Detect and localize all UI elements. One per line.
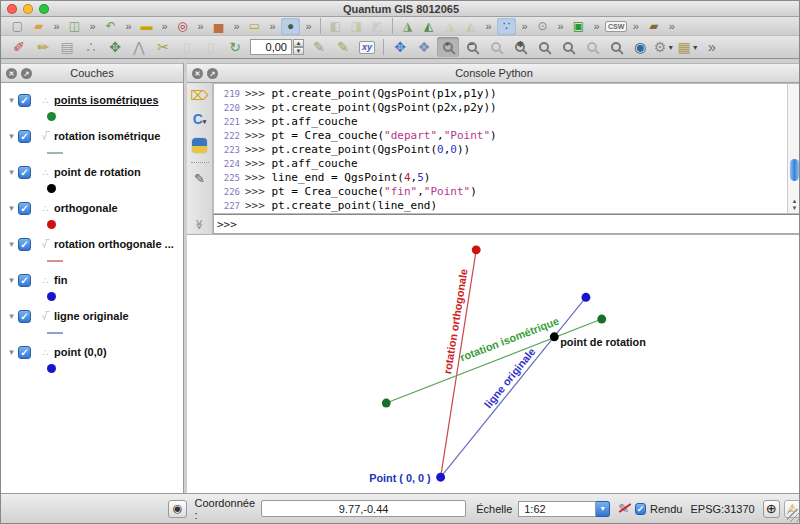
zoom-next-icon[interactable]	[605, 37, 627, 57]
overflow-chevron-icon[interactable]: »	[554, 18, 567, 35]
identify-icon[interactable]: ◉	[629, 37, 651, 57]
scale-dropdown-icon[interactable]: ▼	[596, 501, 610, 517]
overflow-chevron-icon[interactable]: »	[230, 18, 243, 35]
overflow-chevron-icon[interactable]: »	[302, 18, 315, 35]
layer-checkbox[interactable]: ✓	[18, 94, 31, 107]
gps-drops-icon[interactable]: ∵	[497, 18, 516, 35]
scale-combo[interactable]: 1:62 ▼	[518, 501, 610, 517]
overflow-chevron-icon[interactable]: »	[665, 18, 678, 35]
layer-row[interactable]: ▾✓√‾ligne originale	[5, 307, 183, 325]
disclosure-triangle-icon[interactable]: ▾	[5, 275, 18, 285]
render-circle-icon[interactable]: ●	[281, 18, 300, 35]
reshape-feature-icon[interactable]: ✎	[332, 37, 354, 57]
scrollbar-arrows[interactable]: ▲▼	[788, 198, 800, 212]
disclosure-triangle-icon[interactable]: ▾	[5, 239, 18, 249]
new-vector-layer-icon[interactable]: ◫	[65, 18, 84, 35]
disclosure-triangle-icon[interactable]: ▾	[5, 203, 18, 213]
clear-console-icon[interactable]: ⌦	[190, 89, 208, 103]
disclosure-triangle-icon[interactable]: ▾	[5, 167, 18, 177]
layer-label[interactable]: ligne originale	[54, 310, 129, 322]
rotate-feature-icon[interactable]: ↻	[224, 37, 246, 57]
overflow-chevron-icon[interactable]: »	[590, 18, 603, 35]
disclosure-triangle-icon[interactable]: ▾	[5, 95, 18, 105]
cut-features-icon[interactable]: ✂	[152, 37, 174, 57]
gear-icon[interactable]: ⚙▼	[653, 37, 675, 57]
move-feature-icon[interactable]: ✥	[104, 37, 126, 57]
console-input[interactable]: >>>	[213, 214, 800, 234]
overflow-chevron-icon[interactable]: »	[701, 37, 723, 57]
new-gpx-icon[interactable]: ◮	[440, 18, 459, 35]
rotation-spinbox[interactable]: 0,00▲▼	[250, 39, 304, 55]
resize-grip[interactable]	[787, 509, 800, 522]
python-icon[interactable]	[192, 138, 207, 153]
disclosure-triangle-icon[interactable]: ▾	[5, 311, 18, 321]
zoom-to-selection-icon[interactable]	[533, 37, 555, 57]
histogram-icon[interactable]: ▅	[209, 18, 228, 35]
open-project-icon[interactable]: ▰	[29, 18, 48, 35]
float-panel-icon[interactable]: ↗	[21, 68, 32, 79]
add-vector-layer-lock-icon[interactable]: ◧	[326, 18, 345, 35]
layer-row[interactable]: ▾✓√‾rotation orthogonale ...	[5, 235, 183, 253]
plugin-icon[interactable]: ▣	[569, 18, 588, 35]
close-panel-icon[interactable]: ✕	[192, 68, 203, 79]
console-output[interactable]: 219>>> pt.create_point(QgsPoint(p1x,p1y)…	[214, 84, 787, 213]
label-xy-icon[interactable]: xy	[356, 37, 378, 57]
open-editor-icon[interactable]: ✎	[194, 172, 205, 186]
zoom-in-icon[interactable]: +	[437, 37, 459, 57]
layer-row[interactable]: ▾✓√‾rotation isométrique	[5, 127, 183, 145]
layer-row[interactable]: ▾✓∴point de rotation	[5, 163, 183, 181]
zoom-out-icon[interactable]: −	[461, 37, 483, 57]
overflow-chevron-icon[interactable]: »	[518, 18, 531, 35]
scrollbar-thumb[interactable]	[790, 159, 799, 181]
add-db-layer-lock-icon[interactable]: ◩	[368, 18, 387, 35]
add-raster-layer-lock-icon[interactable]: ◨	[347, 18, 366, 35]
save-edits-icon[interactable]: ▤	[56, 37, 78, 57]
overflow-chevron-icon[interactable]: »	[50, 18, 63, 35]
layer-label[interactable]: points isométriques	[54, 94, 159, 106]
overflow-chevron-icon[interactable]: »	[629, 18, 642, 35]
scale-value[interactable]: 1:62	[518, 501, 596, 517]
layer-label[interactable]: rotation orthogonale ...	[54, 238, 174, 250]
close-window-icon[interactable]	[7, 4, 17, 14]
zoom-window-icon[interactable]	[39, 4, 49, 14]
new-project-icon[interactable]: ▢	[8, 18, 27, 35]
edit-pencil-icon[interactable]: ✏	[32, 37, 54, 57]
annotation-pen-icon[interactable]: ✐	[8, 37, 30, 57]
copy-features-icon[interactable]: ▯	[176, 37, 198, 57]
db-manager-icon[interactable]: ▰	[644, 18, 663, 35]
layer-checkbox[interactable]: ✓	[18, 346, 31, 359]
zoom-to-layer-icon[interactable]	[557, 37, 579, 57]
new-memory-layer-icon[interactable]: ◭	[461, 18, 480, 35]
projection-icon[interactable]: ⊕	[763, 500, 780, 518]
paste-features-icon[interactable]: ▯	[200, 37, 222, 57]
layer-checkbox[interactable]: ✓	[18, 238, 31, 251]
float-panel-icon[interactable]: ↗	[207, 68, 218, 79]
csw-icon[interactable]: CSW	[605, 18, 627, 35]
layer-label[interactable]: point de rotation	[54, 166, 141, 178]
layer-label[interactable]: point (0,0)	[54, 346, 107, 358]
stop-render-icon[interactable]: ✎	[618, 501, 629, 516]
overflow-chevron-icon[interactable]: »	[158, 18, 171, 35]
overflow-chevron-icon[interactable]: »	[266, 18, 279, 35]
zoom-last-icon[interactable]	[581, 37, 603, 57]
node-tool-icon[interactable]: ⋀	[128, 37, 150, 57]
new-spatialite-icon[interactable]: ◭	[419, 18, 438, 35]
map-canvas[interactable]: rotation orthogonalerotation isométrique…	[187, 234, 800, 493]
import-class-icon[interactable]: C▾	[193, 112, 207, 129]
capture-point-icon[interactable]: ∴	[80, 37, 102, 57]
layer-checkbox[interactable]: ✓	[18, 310, 31, 323]
disclosure-triangle-icon[interactable]: ▾	[5, 131, 18, 141]
disclosure-triangle-icon[interactable]: ▾	[5, 347, 18, 357]
close-panel-icon[interactable]: ✕	[6, 68, 17, 79]
layer-checkbox[interactable]: ✓	[18, 202, 31, 215]
open-attribute-table-icon[interactable]: ▦▼	[677, 37, 699, 57]
zoom-full-icon[interactable]: ✱	[509, 37, 531, 57]
spinbox-stepper-icon[interactable]: ▲▼	[293, 39, 304, 55]
layer-label[interactable]: orthogonale	[54, 202, 118, 214]
overflow-chevron-icon[interactable]: »	[482, 18, 495, 35]
layer-label[interactable]: fin	[54, 274, 67, 286]
layer-label[interactable]: rotation isométrique	[54, 130, 160, 142]
measure-line-icon[interactable]: ▭	[245, 18, 264, 35]
pan-to-selection-icon[interactable]: ❖	[413, 37, 435, 57]
new-shapefile-icon[interactable]: ◮	[398, 18, 417, 35]
